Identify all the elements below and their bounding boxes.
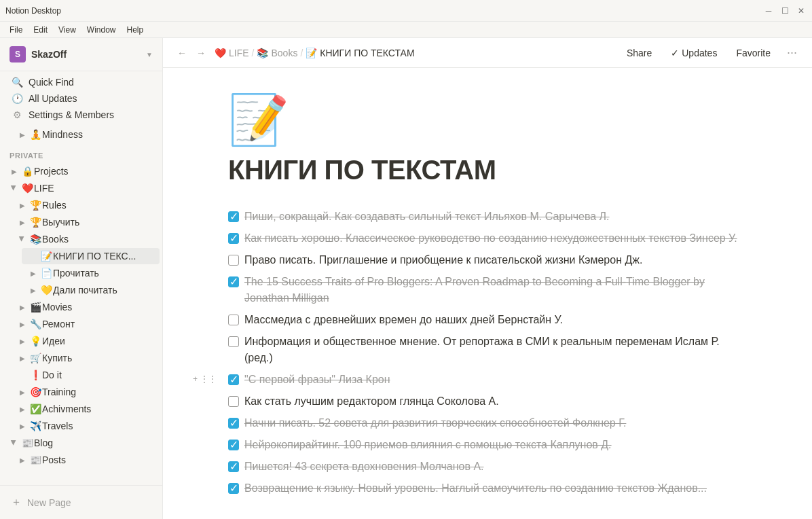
plus-action-icon[interactable]: + — [193, 373, 198, 385]
travels-icon: ✈️ — [29, 420, 42, 431]
breadcrumb-books[interactable]: 📚 Books — [257, 48, 297, 58]
quick-find-label: Quick Find — [29, 77, 74, 88]
do-it-icon: ❗ — [29, 370, 42, 380]
chevron-right-icon: ▶ — [16, 420, 29, 432]
sidebar-item-rules[interactable]: ▶ 🏆 Rules — [11, 197, 160, 213]
chevron-right-icon: ▶ — [27, 267, 39, 279]
quick-find-button[interactable]: 🔍 Quick Find — [5, 74, 157, 90]
chevron-right-icon: ▶ — [16, 216, 29, 228]
sidebar-item-idei[interactable]: ▶ 💡 Идеи — [11, 333, 160, 349]
sidebar-item-travels[interactable]: ▶ ✈️ Travels — [11, 418, 160, 434]
sidebar: S SkazOff ▼ 🔍 Quick Find 🕐 All Updates ⚙… — [0, 38, 163, 519]
sidebar-item-posts[interactable]: ▶ 📰 Posts — [11, 452, 160, 468]
all-updates-label: All Updates — [29, 93, 77, 104]
check-text: Нейрокопирайтинг. 100 приемов влияния с … — [244, 437, 747, 453]
menu-view[interactable]: View — [54, 24, 80, 36]
breadcrumb-life[interactable]: ❤️ LIFE — [215, 48, 249, 58]
app-layout: S SkazOff ▼ 🔍 Quick Find 🕐 All Updates ⚙… — [0, 38, 812, 519]
chevron-placeholder — [16, 369, 29, 381]
checkbox[interactable]: ✓ — [228, 374, 239, 385]
sidebar-item-vyuchit[interactable]: ▶ 🏆 Выучить — [11, 214, 160, 230]
current-breadcrumb-icon: 📝 — [306, 48, 317, 58]
checklist: ✓ Пиши, сокращай. Как создавать сильный … — [228, 207, 747, 498]
sidebar-item-dali-pochitat[interactable]: ▶ 💛 Дали почитать — [22, 282, 160, 298]
sidebar-item-training[interactable]: ▶ 🎯 Training — [11, 384, 160, 400]
sidebar-item-remont[interactable]: ▶ 🔧 Ремонт — [11, 316, 160, 332]
page-title: КНИГИ ПО ТЕКСТАМ — [228, 155, 747, 185]
sidebar-item-do-it[interactable]: ❗ Do it — [11, 367, 160, 383]
app-title: Notion Desktop — [5, 6, 763, 16]
checkbox[interactable]: ✓ — [228, 461, 239, 472]
checkbox[interactable] — [228, 396, 239, 407]
new-page-button[interactable]: ＋ New Page — [5, 491, 157, 514]
user-row[interactable]: S SkazOff ▼ — [5, 43, 157, 65]
sidebar-item-kupit[interactable]: ▶ 🛒 Купить — [11, 350, 160, 366]
check-item: + ⋮⋮ ✓ "С первой фразы" Лиза Крон — [228, 370, 747, 389]
sidebar-item-label: Rules — [42, 200, 154, 211]
sidebar-item-label: Projects — [34, 166, 154, 177]
titlebar: Notion Desktop ─ ☐ ✕ — [0, 0, 812, 22]
sidebar-scroll[interactable]: ▶ 🧘 Mindness PRIVATE ▶ 🔒 Projects ▶ ❤️ L… — [0, 126, 162, 485]
menu-edit[interactable]: Edit — [29, 24, 52, 36]
checkbox[interactable] — [228, 336, 239, 347]
favorite-button[interactable]: Favorite — [729, 45, 777, 61]
menu-help[interactable]: Help — [123, 24, 148, 36]
settings-label: Settings & Members — [29, 109, 114, 120]
breadcrumb-current[interactable]: 📝 КНИГИ ПО ТЕКСТАМ — [306, 48, 414, 58]
sidebar-item-label: Выучить — [42, 217, 154, 228]
checkbox[interactable] — [228, 255, 239, 266]
topbar: ← → ❤️ LIFE / 📚 Books / 📝 КНИГИ ПО ТЕКСТ… — [163, 38, 812, 68]
check-item: ✓ The 15 Success Traits of Pro Bloggers:… — [228, 272, 747, 308]
checkbox[interactable]: ✓ — [228, 483, 239, 494]
mindness-icon: 🧘 — [29, 129, 42, 140]
checkbox[interactable]: ✓ — [228, 211, 239, 222]
sidebar-item-mindness[interactable]: ▶ 🧘 Mindness — [11, 126, 160, 143]
back-button[interactable]: ← — [174, 45, 190, 61]
plus-icon: ＋ — [11, 495, 22, 509]
drag-icon[interactable]: ⋮⋮ — [200, 373, 217, 385]
sidebar-item-projects[interactable]: ▶ 🔒 Projects — [3, 163, 160, 179]
check-text: Пишется! 43 секрета вдохновения Молчанов… — [244, 459, 747, 475]
updates-button[interactable]: ✓ Updates — [664, 45, 724, 61]
more-options-button[interactable]: ··· — [783, 46, 801, 60]
sidebar-item-movies[interactable]: ▶ 🎬 Movies — [11, 299, 160, 315]
dali-icon: 💛 — [39, 285, 53, 296]
check-item: ✓ Возвращение к языку. Новый уровень. На… — [228, 479, 747, 498]
chevron-down-icon: ▶ — [16, 233, 29, 245]
breadcrumb: ❤️ LIFE / 📚 Books / 📝 КНИГИ ПО ТЕКСТАМ — [215, 48, 614, 58]
all-updates-button[interactable]: 🕐 All Updates — [5, 90, 157, 107]
menu-window[interactable]: Window — [83, 24, 120, 36]
checkbox[interactable]: ✓ — [228, 276, 239, 287]
forward-button[interactable]: → — [193, 45, 209, 61]
sidebar-item-label: Do it — [42, 370, 154, 380]
sidebar-item-books[interactable]: ▶ 📚 Books — [11, 231, 160, 247]
checkbox[interactable]: ✓ — [228, 418, 239, 429]
life-icon: ❤️ — [20, 183, 34, 194]
checkbox[interactable]: ✓ — [228, 440, 239, 450]
gear-icon: ⚙ — [11, 109, 23, 120]
checkbox[interactable]: ✓ — [228, 233, 239, 244]
menu-file[interactable]: File — [5, 24, 26, 36]
settings-button[interactable]: ⚙ Settings & Members — [5, 107, 157, 123]
close-button[interactable]: ✕ — [796, 5, 807, 16]
chevron-right-icon: ▶ — [27, 284, 39, 296]
maximize-button[interactable]: ☐ — [779, 5, 790, 16]
sidebar-top: S SkazOff ▼ — [0, 38, 162, 71]
sidebar-item-label: Дали почитать — [53, 285, 154, 296]
navigation-arrows: ← → — [174, 45, 209, 61]
share-button[interactable]: Share — [620, 45, 659, 61]
sidebar-item-blog[interactable]: ▶ 📰 Blog — [3, 435, 160, 451]
check-text: Возвращение к языку. Новый уровень. Нагл… — [244, 480, 747, 497]
chevron-placeholder — [27, 250, 39, 262]
sidebar-item-knigi-po-teks[interactable]: 📝 КНИГИ ПО ТЕКС... — [22, 248, 160, 264]
checkbox[interactable] — [228, 315, 239, 325]
new-page-label: New Page — [27, 497, 71, 508]
user-name: SkazOff — [31, 49, 67, 60]
minimize-button[interactable]: ─ — [763, 5, 774, 16]
chevron-right-icon: ▶ — [16, 386, 29, 398]
sidebar-item-achivments[interactable]: ▶ ✅ Achivments — [11, 401, 160, 417]
sidebar-item-life[interactable]: ▶ ❤️ LIFE — [3, 180, 160, 196]
sidebar-item-prochitat[interactable]: ▶ 📄 Прочитать — [22, 265, 160, 281]
breadcrumb-books-label: Books — [271, 48, 297, 58]
topbar-actions: Share ✓ Updates Favorite ··· — [620, 45, 801, 61]
